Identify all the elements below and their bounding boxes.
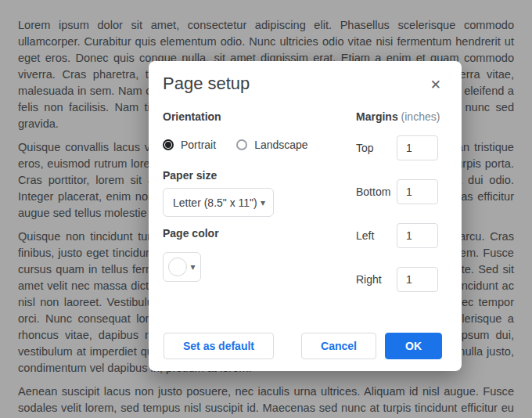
orientation-label: Orientation xyxy=(163,110,221,123)
radio-portrait[interactable]: Portrait xyxy=(163,139,216,151)
close-button[interactable]: ✕ xyxy=(430,78,441,92)
page-setup-dialog: Page setup ✕ Orientation Portrait Landsc… xyxy=(149,61,462,371)
radio-unselected-icon xyxy=(236,139,247,150)
margins-label-text: Margins xyxy=(356,110,398,123)
orientation-radio-group: Portrait Landscape xyxy=(163,139,308,151)
margin-bottom-input[interactable] xyxy=(397,179,438,204)
cancel-button[interactable]: Cancel xyxy=(301,333,376,359)
screen: Lorem ipsum dolor sit amet, consectetur … xyxy=(0,0,532,418)
dropdown-caret-icon: ▾ xyxy=(190,262,195,272)
margin-right-input[interactable] xyxy=(397,267,438,292)
radio-landscape-label: Landscape xyxy=(254,139,308,151)
margins-label: Margins (inches) xyxy=(356,110,440,123)
page-color-label: Page color xyxy=(163,227,219,240)
margin-bottom-label: Bottom xyxy=(356,186,397,198)
radio-portrait-label: Portrait xyxy=(181,139,216,151)
margin-row-bottom: Bottom xyxy=(356,179,450,204)
margin-row-left: Left xyxy=(356,223,450,248)
close-icon: ✕ xyxy=(430,77,441,92)
margin-top-label: Top xyxy=(356,142,397,154)
margin-row-right: Right xyxy=(356,267,450,292)
margins-unit-label: (inches) xyxy=(401,110,440,123)
page-color-select[interactable]: ▾ xyxy=(163,252,201,282)
margin-left-label: Left xyxy=(356,229,397,242)
margin-row-top: Top xyxy=(356,135,450,160)
page-color-swatch xyxy=(168,258,187,276)
margin-left-input[interactable] xyxy=(397,223,438,248)
ok-button[interactable]: OK xyxy=(385,333,442,359)
paper-size-label: Paper size xyxy=(163,169,217,182)
margin-top-input[interactable] xyxy=(397,135,438,160)
paper-size-selected-value: Letter (8.5" x 11") xyxy=(173,196,257,209)
paper-size-select[interactable]: Letter (8.5" x 11") ▾ xyxy=(163,188,274,217)
dialog-title: Page setup xyxy=(163,74,250,94)
radio-landscape[interactable]: Landscape xyxy=(236,139,308,151)
dropdown-caret-icon: ▾ xyxy=(261,198,265,207)
set-as-default-button[interactable]: Set as default xyxy=(164,333,274,359)
radio-selected-icon xyxy=(163,139,174,150)
margin-right-label: Right xyxy=(356,273,397,286)
